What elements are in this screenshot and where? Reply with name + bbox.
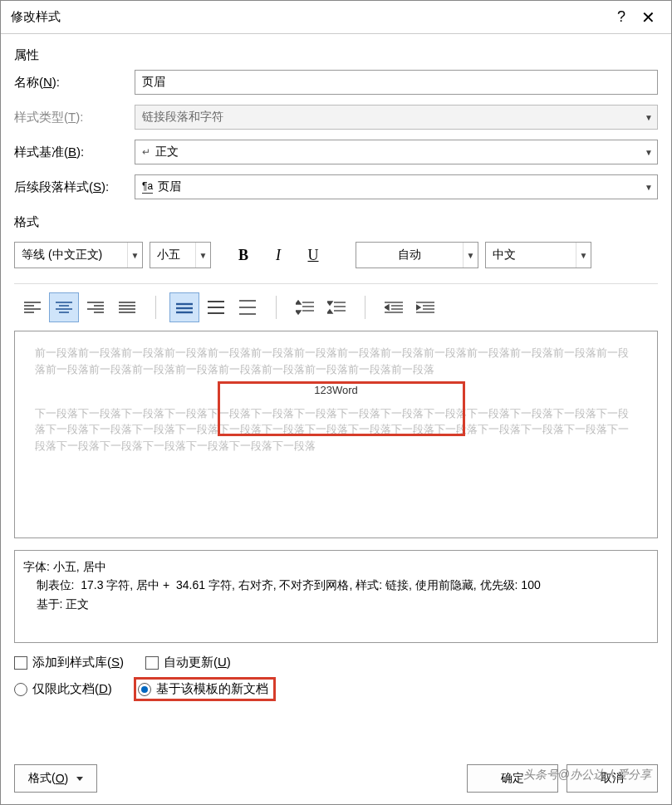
sample-text: 123Word (35, 382, 637, 399)
modify-style-dialog: 修改样式 ? ✕ 属性 名称(N): 页眉 样式类型(T): 链接段落和字符 ▼… (0, 0, 672, 805)
follow-style-label: 后续段落样式(S): (14, 179, 135, 195)
chevron-down-icon[interactable]: ▼ (640, 148, 657, 157)
checkbox-icon (145, 656, 159, 670)
para-space-increase-button[interactable] (290, 292, 320, 322)
align-justify-button[interactable] (112, 292, 142, 322)
italic-button[interactable]: I (264, 242, 292, 268)
name-input[interactable]: 页眉 (135, 70, 658, 95)
font-color-select[interactable]: 自动 ▼ (356, 242, 478, 268)
radio-icon (14, 683, 27, 696)
style-type-select: 链接段落和字符 ▼ (135, 105, 658, 130)
auto-update-checkbox[interactable]: 自动更新(U) (145, 655, 231, 670)
underline-button[interactable]: U (299, 242, 327, 268)
chevron-down-icon[interactable]: ▼ (463, 243, 478, 268)
cancel-button[interactable]: 取消 (567, 764, 658, 793)
chevron-down-icon: ▼ (640, 113, 657, 122)
radio-icon (138, 683, 151, 696)
align-right-button[interactable] (81, 292, 110, 322)
style-description: 字体: 小五, 居中 制表位: 17.3 字符, 居中 + 34.61 字符, … (14, 550, 658, 643)
para-space-decrease-button[interactable] (321, 292, 351, 322)
ok-button[interactable]: 确定 (467, 764, 558, 793)
preview-pane: 前一段落前一段落前一段落前一段落前一段落前一段落前一段落前一段落前一段落前一段落… (14, 331, 658, 538)
style-base-select[interactable]: ↵正文 ▼ (135, 140, 658, 164)
line-spacing-1-5-button[interactable] (201, 292, 231, 322)
font-size-select[interactable]: 小五 ▼ (150, 242, 211, 268)
chevron-down-icon[interactable]: ▼ (640, 183, 657, 192)
svg-marker-39 (385, 305, 389, 310)
follow-style-select[interactable]: ¶a页眉 ▼ (135, 174, 658, 199)
line-spacing-1-button[interactable] (169, 292, 199, 322)
properties-section-label: 属性 (14, 47, 658, 63)
based-on-template-radio[interactable]: 基于该模板的新文档 (134, 677, 276, 701)
chevron-down-icon[interactable]: ▼ (195, 243, 210, 268)
svg-marker-28 (296, 301, 301, 304)
language-select[interactable]: 中文 ▼ (485, 242, 591, 268)
format-section-label: 格式 (14, 214, 658, 230)
prev-paragraph-text: 前一段落前一段落前一段落前一段落前一段落前一段落前一段落前一段落前一段落前一段落… (35, 345, 637, 377)
paragraph-toolbar (14, 292, 658, 322)
indent-increase-button[interactable] (410, 292, 440, 322)
dialog-title: 修改样式 (11, 9, 608, 25)
chevron-down-icon[interactable]: ▼ (127, 243, 142, 268)
chevron-down-icon[interactable]: ▼ (576, 243, 591, 268)
checkbox-icon (14, 656, 27, 670)
svg-marker-44 (416, 305, 420, 310)
align-center-button[interactable] (49, 292, 79, 322)
name-label: 名称(N): (14, 75, 135, 91)
style-type-label: 样式类型(T): (14, 110, 135, 125)
paragraph-icon: ↵ (142, 146, 150, 158)
format-menu-button[interactable]: 格式(O) (14, 764, 97, 793)
indent-decrease-button[interactable] (379, 292, 409, 322)
next-paragraph-text: 下一段落下一段落下一段落下一段落下一段落下一段落下一段落下一段落下一段落下一段落… (35, 405, 637, 454)
style-base-label: 样式基准(B): (14, 145, 135, 160)
align-left-button[interactable] (17, 292, 47, 322)
line-spacing-2-button[interactable] (233, 292, 262, 322)
svg-marker-29 (296, 311, 301, 314)
font-name-select[interactable]: 等线 (中文正文) ▼ (14, 242, 143, 268)
bold-button[interactable]: B (229, 242, 258, 268)
title-bar: 修改样式 ? ✕ (1, 1, 671, 34)
close-button[interactable]: ✕ (635, 7, 661, 27)
dialog-footer: 格式(O) 确定 取消 头条号@办公达人爱分享 (1, 753, 671, 804)
add-to-gallery-checkbox[interactable]: 添加到样式库(S) (14, 655, 124, 670)
linked-style-icon: ¶a (142, 180, 153, 194)
only-this-document-radio[interactable]: 仅限此文档(D) (14, 681, 112, 697)
help-button[interactable]: ? (608, 8, 635, 26)
svg-marker-33 (327, 302, 332, 305)
svg-marker-34 (327, 310, 332, 313)
